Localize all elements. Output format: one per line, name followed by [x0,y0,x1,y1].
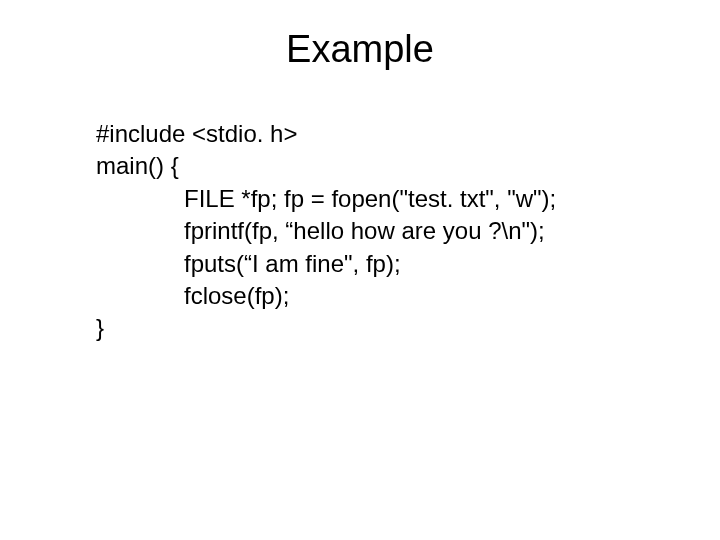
code-line-main: main() { [96,150,556,182]
code-line-closebrace: } [96,312,556,344]
code-line-fprintf: fprintf(fp, “hello how are you ?\n"); [96,215,556,247]
code-line-fclose: fclose(fp); [96,280,556,312]
code-line-fputs: fputs(“I am fine", fp); [96,248,556,280]
slide-title: Example [0,0,720,83]
code-line-fopen: FILE *fp; fp = fopen("test. txt", "w"); [96,183,556,215]
code-line-include: #include <stdio. h> [96,118,556,150]
code-example: #include <stdio. h> main() { FILE *fp; f… [96,118,556,345]
